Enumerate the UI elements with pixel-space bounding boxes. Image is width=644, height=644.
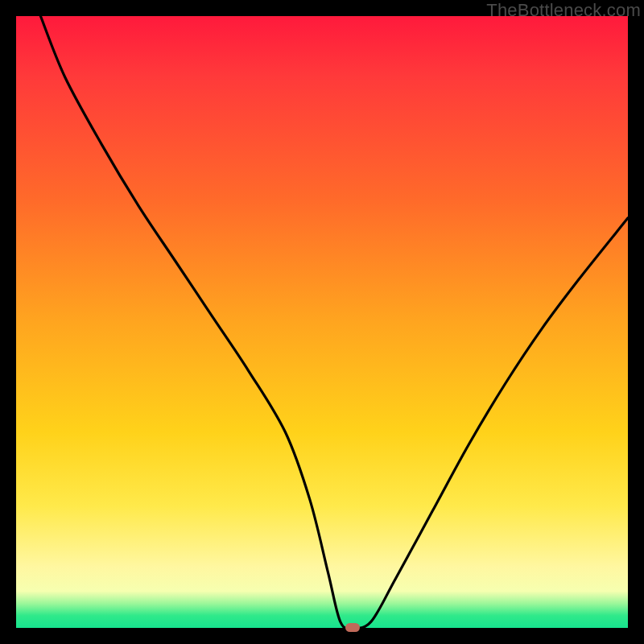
watermark-text: TheBottleneck.com (486, 0, 641, 21)
plot-area (16, 16, 628, 628)
chart-frame: TheBottleneck.com (0, 0, 644, 644)
bottleneck-curve (16, 16, 628, 628)
optimal-marker (345, 623, 360, 632)
